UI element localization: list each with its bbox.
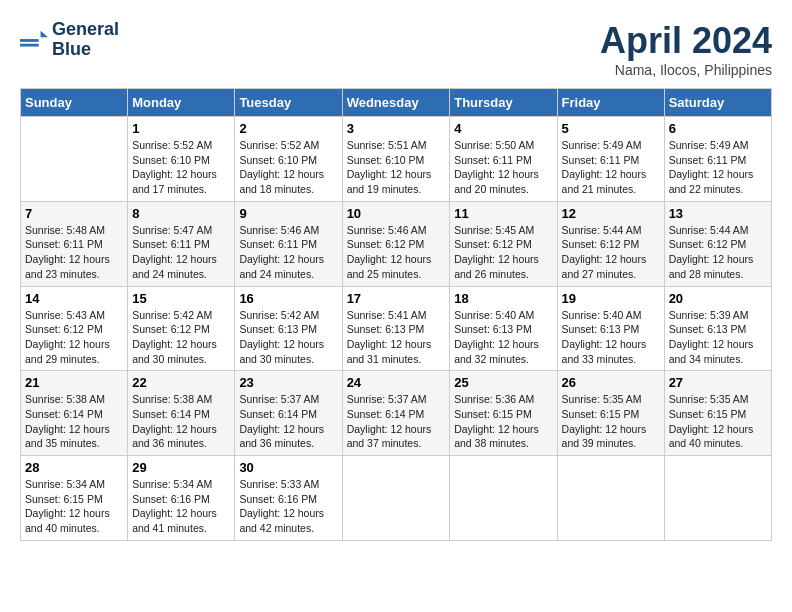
day-info: Sunrise: 5:43 AMSunset: 6:12 PMDaylight:… bbox=[25, 308, 123, 367]
day-number: 5 bbox=[562, 121, 660, 136]
day-info: Sunrise: 5:38 AMSunset: 6:14 PMDaylight:… bbox=[25, 392, 123, 451]
day-number: 23 bbox=[239, 375, 337, 390]
col-header-monday: Monday bbox=[128, 89, 235, 117]
calendar-cell bbox=[450, 456, 557, 541]
col-header-wednesday: Wednesday bbox=[342, 89, 450, 117]
title-area: April 2024 Nama, Ilocos, Philippines bbox=[600, 20, 772, 78]
day-info: Sunrise: 5:33 AMSunset: 6:16 PMDaylight:… bbox=[239, 477, 337, 536]
week-row-5: 28Sunrise: 5:34 AMSunset: 6:15 PMDayligh… bbox=[21, 456, 772, 541]
col-header-thursday: Thursday bbox=[450, 89, 557, 117]
calendar-cell bbox=[21, 117, 128, 202]
day-info: Sunrise: 5:37 AMSunset: 6:14 PMDaylight:… bbox=[347, 392, 446, 451]
calendar-cell: 6Sunrise: 5:49 AMSunset: 6:11 PMDaylight… bbox=[664, 117, 771, 202]
day-info: Sunrise: 5:44 AMSunset: 6:12 PMDaylight:… bbox=[562, 223, 660, 282]
day-info: Sunrise: 5:49 AMSunset: 6:11 PMDaylight:… bbox=[562, 138, 660, 197]
day-number: 25 bbox=[454, 375, 552, 390]
day-number: 19 bbox=[562, 291, 660, 306]
day-number: 15 bbox=[132, 291, 230, 306]
day-number: 24 bbox=[347, 375, 446, 390]
logo-text: General Blue bbox=[52, 20, 119, 60]
calendar-cell: 18Sunrise: 5:40 AMSunset: 6:13 PMDayligh… bbox=[450, 286, 557, 371]
day-info: Sunrise: 5:50 AMSunset: 6:11 PMDaylight:… bbox=[454, 138, 552, 197]
day-info: Sunrise: 5:48 AMSunset: 6:11 PMDaylight:… bbox=[25, 223, 123, 282]
day-number: 14 bbox=[25, 291, 123, 306]
col-header-friday: Friday bbox=[557, 89, 664, 117]
day-number: 3 bbox=[347, 121, 446, 136]
day-number: 16 bbox=[239, 291, 337, 306]
day-number: 18 bbox=[454, 291, 552, 306]
day-number: 1 bbox=[132, 121, 230, 136]
calendar-cell: 24Sunrise: 5:37 AMSunset: 6:14 PMDayligh… bbox=[342, 371, 450, 456]
calendar-cell: 10Sunrise: 5:46 AMSunset: 6:12 PMDayligh… bbox=[342, 201, 450, 286]
day-info: Sunrise: 5:35 AMSunset: 6:15 PMDaylight:… bbox=[669, 392, 767, 451]
calendar-cell: 3Sunrise: 5:51 AMSunset: 6:10 PMDaylight… bbox=[342, 117, 450, 202]
day-info: Sunrise: 5:40 AMSunset: 6:13 PMDaylight:… bbox=[454, 308, 552, 367]
col-header-sunday: Sunday bbox=[21, 89, 128, 117]
week-row-2: 7Sunrise: 5:48 AMSunset: 6:11 PMDaylight… bbox=[21, 201, 772, 286]
calendar-cell: 11Sunrise: 5:45 AMSunset: 6:12 PMDayligh… bbox=[450, 201, 557, 286]
calendar-cell: 27Sunrise: 5:35 AMSunset: 6:15 PMDayligh… bbox=[664, 371, 771, 456]
week-row-1: 1Sunrise: 5:52 AMSunset: 6:10 PMDaylight… bbox=[21, 117, 772, 202]
day-info: Sunrise: 5:47 AMSunset: 6:11 PMDaylight:… bbox=[132, 223, 230, 282]
calendar-cell: 23Sunrise: 5:37 AMSunset: 6:14 PMDayligh… bbox=[235, 371, 342, 456]
day-number: 13 bbox=[669, 206, 767, 221]
day-number: 12 bbox=[562, 206, 660, 221]
calendar-table: SundayMondayTuesdayWednesdayThursdayFrid… bbox=[20, 88, 772, 541]
calendar-cell: 14Sunrise: 5:43 AMSunset: 6:12 PMDayligh… bbox=[21, 286, 128, 371]
col-header-saturday: Saturday bbox=[664, 89, 771, 117]
day-number: 8 bbox=[132, 206, 230, 221]
day-info: Sunrise: 5:34 AMSunset: 6:15 PMDaylight:… bbox=[25, 477, 123, 536]
calendar-cell: 9Sunrise: 5:46 AMSunset: 6:11 PMDaylight… bbox=[235, 201, 342, 286]
calendar-cell: 21Sunrise: 5:38 AMSunset: 6:14 PMDayligh… bbox=[21, 371, 128, 456]
calendar-cell: 20Sunrise: 5:39 AMSunset: 6:13 PMDayligh… bbox=[664, 286, 771, 371]
calendar-cell: 28Sunrise: 5:34 AMSunset: 6:15 PMDayligh… bbox=[21, 456, 128, 541]
calendar-cell: 4Sunrise: 5:50 AMSunset: 6:11 PMDaylight… bbox=[450, 117, 557, 202]
calendar-cell: 1Sunrise: 5:52 AMSunset: 6:10 PMDaylight… bbox=[128, 117, 235, 202]
day-number: 21 bbox=[25, 375, 123, 390]
day-info: Sunrise: 5:42 AMSunset: 6:12 PMDaylight:… bbox=[132, 308, 230, 367]
logo: General Blue bbox=[20, 20, 119, 60]
week-row-3: 14Sunrise: 5:43 AMSunset: 6:12 PMDayligh… bbox=[21, 286, 772, 371]
day-number: 4 bbox=[454, 121, 552, 136]
calendar-cell: 15Sunrise: 5:42 AMSunset: 6:12 PMDayligh… bbox=[128, 286, 235, 371]
location: Nama, Ilocos, Philippines bbox=[600, 62, 772, 78]
calendar-cell: 29Sunrise: 5:34 AMSunset: 6:16 PMDayligh… bbox=[128, 456, 235, 541]
calendar-cell: 26Sunrise: 5:35 AMSunset: 6:15 PMDayligh… bbox=[557, 371, 664, 456]
day-number: 22 bbox=[132, 375, 230, 390]
day-number: 30 bbox=[239, 460, 337, 475]
calendar-cell: 12Sunrise: 5:44 AMSunset: 6:12 PMDayligh… bbox=[557, 201, 664, 286]
month-title: April 2024 bbox=[600, 20, 772, 62]
calendar-cell: 25Sunrise: 5:36 AMSunset: 6:15 PMDayligh… bbox=[450, 371, 557, 456]
day-number: 26 bbox=[562, 375, 660, 390]
day-number: 29 bbox=[132, 460, 230, 475]
day-info: Sunrise: 5:46 AMSunset: 6:12 PMDaylight:… bbox=[347, 223, 446, 282]
calendar-cell bbox=[342, 456, 450, 541]
day-info: Sunrise: 5:51 AMSunset: 6:10 PMDaylight:… bbox=[347, 138, 446, 197]
day-info: Sunrise: 5:41 AMSunset: 6:13 PMDaylight:… bbox=[347, 308, 446, 367]
day-number: 6 bbox=[669, 121, 767, 136]
day-info: Sunrise: 5:52 AMSunset: 6:10 PMDaylight:… bbox=[132, 138, 230, 197]
day-number: 2 bbox=[239, 121, 337, 136]
calendar-cell: 7Sunrise: 5:48 AMSunset: 6:11 PMDaylight… bbox=[21, 201, 128, 286]
day-number: 20 bbox=[669, 291, 767, 306]
calendar-cell: 30Sunrise: 5:33 AMSunset: 6:16 PMDayligh… bbox=[235, 456, 342, 541]
calendar-cell: 16Sunrise: 5:42 AMSunset: 6:13 PMDayligh… bbox=[235, 286, 342, 371]
day-number: 27 bbox=[669, 375, 767, 390]
calendar-cell: 2Sunrise: 5:52 AMSunset: 6:10 PMDaylight… bbox=[235, 117, 342, 202]
calendar-cell: 22Sunrise: 5:38 AMSunset: 6:14 PMDayligh… bbox=[128, 371, 235, 456]
day-number: 11 bbox=[454, 206, 552, 221]
day-info: Sunrise: 5:52 AMSunset: 6:10 PMDaylight:… bbox=[239, 138, 337, 197]
day-info: Sunrise: 5:34 AMSunset: 6:16 PMDaylight:… bbox=[132, 477, 230, 536]
svg-rect-2 bbox=[20, 39, 39, 42]
calendar-cell bbox=[664, 456, 771, 541]
day-info: Sunrise: 5:40 AMSunset: 6:13 PMDaylight:… bbox=[562, 308, 660, 367]
calendar-cell: 5Sunrise: 5:49 AMSunset: 6:11 PMDaylight… bbox=[557, 117, 664, 202]
day-info: Sunrise: 5:35 AMSunset: 6:15 PMDaylight:… bbox=[562, 392, 660, 451]
day-number: 10 bbox=[347, 206, 446, 221]
calendar-cell bbox=[557, 456, 664, 541]
col-header-tuesday: Tuesday bbox=[235, 89, 342, 117]
day-info: Sunrise: 5:46 AMSunset: 6:11 PMDaylight:… bbox=[239, 223, 337, 282]
day-number: 17 bbox=[347, 291, 446, 306]
calendar-cell: 19Sunrise: 5:40 AMSunset: 6:13 PMDayligh… bbox=[557, 286, 664, 371]
page-header: General Blue April 2024 Nama, Ilocos, Ph… bbox=[20, 20, 772, 78]
